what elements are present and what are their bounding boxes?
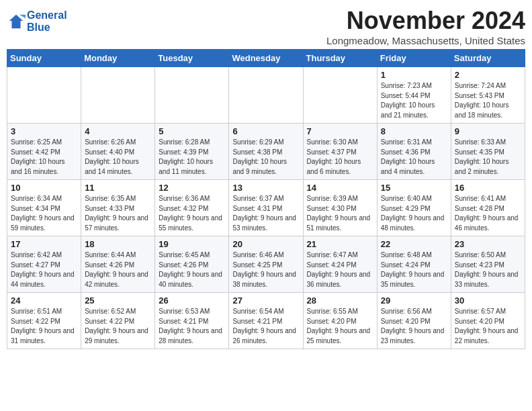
calendar-cell: 15Sunrise: 6:40 AM Sunset: 4:29 PM Dayli… [377,180,451,236]
cell-content: Sunrise: 6:54 AM Sunset: 4:21 PM Dayligh… [232,307,299,346]
calendar-cell: 26Sunrise: 6:53 AM Sunset: 4:21 PM Dayli… [155,293,229,349]
cell-content: Sunrise: 6:55 AM Sunset: 4:20 PM Dayligh… [307,307,373,346]
calendar-cell: 18Sunrise: 6:44 AM Sunset: 4:26 PM Dayli… [81,236,155,293]
weekday-header-cell: Saturday [451,50,525,67]
calendar-cell [7,67,81,124]
calendar-cell: 23Sunrise: 6:50 AM Sunset: 4:23 PM Dayli… [451,236,525,293]
day-number: 4 [85,126,151,136]
calendar-body: 1Sunrise: 7:23 AM Sunset: 5:44 PM Daylig… [7,67,525,349]
day-number: 13 [232,183,299,193]
cell-content: Sunrise: 6:41 AM Sunset: 4:28 PM Dayligh… [455,194,521,233]
calendar-cell: 28Sunrise: 6:55 AM Sunset: 4:20 PM Dayli… [303,293,377,349]
day-number: 2 [455,70,521,80]
cell-content: Sunrise: 7:24 AM Sunset: 5:43 PM Dayligh… [455,81,521,120]
day-number: 3 [11,126,77,136]
location: Longmeadow, Massachusetts, United States [326,35,525,46]
calendar-cell [155,67,229,124]
day-number: 30 [455,295,521,306]
calendar-week-row: 10Sunrise: 6:34 AM Sunset: 4:34 PM Dayli… [7,180,525,236]
page-header: General Blue November 2024 Longmeadow, M… [7,7,525,46]
calendar-week-row: 24Sunrise: 6:51 AM Sunset: 4:22 PM Dayli… [7,293,525,349]
cell-content: Sunrise: 6:53 AM Sunset: 4:21 PM Dayligh… [159,307,225,346]
calendar-week-row: 3Sunrise: 6:25 AM Sunset: 4:42 PM Daylig… [7,124,525,180]
calendar-cell: 5Sunrise: 6:28 AM Sunset: 4:39 PM Daylig… [155,124,229,180]
calendar-cell: 19Sunrise: 6:45 AM Sunset: 4:26 PM Dayli… [155,236,229,293]
cell-content: Sunrise: 6:51 AM Sunset: 4:22 PM Dayligh… [11,307,77,346]
cell-content: Sunrise: 6:25 AM Sunset: 4:42 PM Dayligh… [11,138,77,177]
calendar-cell: 14Sunrise: 6:39 AM Sunset: 4:30 PM Dayli… [303,180,377,236]
day-number: 10 [11,183,77,193]
day-number: 19 [159,239,225,249]
weekday-header-cell: Sunday [7,50,81,67]
cell-content: Sunrise: 6:52 AM Sunset: 4:22 PM Dayligh… [85,307,151,346]
calendar-cell: 1Sunrise: 7:23 AM Sunset: 5:44 PM Daylig… [377,67,451,124]
day-number: 21 [307,239,373,249]
cell-content: Sunrise: 6:46 AM Sunset: 4:25 PM Dayligh… [232,250,299,289]
day-number: 24 [11,295,77,306]
cell-content: Sunrise: 6:34 AM Sunset: 4:34 PM Dayligh… [11,194,77,233]
day-number: 1 [381,70,447,80]
calendar-cell: 27Sunrise: 6:54 AM Sunset: 4:21 PM Dayli… [229,293,303,349]
day-number: 15 [381,183,447,193]
calendar-cell: 21Sunrise: 6:47 AM Sunset: 4:24 PM Dayli… [303,236,377,293]
calendar-cell: 8Sunrise: 6:31 AM Sunset: 4:36 PM Daylig… [377,124,451,180]
day-number: 6 [232,126,299,136]
logo-text: General Blue [27,9,67,33]
calendar-cell: 16Sunrise: 6:41 AM Sunset: 4:28 PM Dayli… [451,180,525,236]
day-number: 16 [455,183,521,193]
calendar-week-row: 17Sunrise: 6:42 AM Sunset: 4:27 PM Dayli… [7,236,525,293]
month-title: November 2024 [326,7,525,35]
day-number: 17 [11,239,77,249]
calendar-table: SundayMondayTuesdayWednesdayThursdayFrid… [7,49,525,349]
calendar-cell: 3Sunrise: 6:25 AM Sunset: 4:42 PM Daylig… [7,124,81,180]
cell-content: Sunrise: 6:39 AM Sunset: 4:30 PM Dayligh… [307,194,373,233]
cell-content: Sunrise: 6:35 AM Sunset: 4:33 PM Dayligh… [85,194,151,233]
calendar-cell [229,67,303,124]
day-number: 9 [455,126,521,136]
cell-content: Sunrise: 6:26 AM Sunset: 4:40 PM Dayligh… [85,138,151,177]
calendar-cell: 29Sunrise: 6:56 AM Sunset: 4:20 PM Dayli… [377,293,451,349]
calendar-cell: 12Sunrise: 6:36 AM Sunset: 4:32 PM Dayli… [155,180,229,236]
day-number: 29 [381,295,447,306]
calendar-cell: 10Sunrise: 6:34 AM Sunset: 4:34 PM Dayli… [7,180,81,236]
day-number: 12 [159,183,225,193]
weekday-header-cell: Tuesday [155,50,229,67]
cell-content: Sunrise: 7:23 AM Sunset: 5:44 PM Dayligh… [381,81,447,120]
cell-content: Sunrise: 6:47 AM Sunset: 4:24 PM Dayligh… [307,250,373,289]
day-number: 25 [85,295,151,306]
day-number: 5 [159,126,225,136]
day-number: 8 [381,126,447,136]
cell-content: Sunrise: 6:36 AM Sunset: 4:32 PM Dayligh… [159,194,225,233]
calendar-cell: 20Sunrise: 6:46 AM Sunset: 4:25 PM Dayli… [229,236,303,293]
calendar-cell: 4Sunrise: 6:26 AM Sunset: 4:40 PM Daylig… [81,124,155,180]
calendar-cell: 24Sunrise: 6:51 AM Sunset: 4:22 PM Dayli… [7,293,81,349]
cell-content: Sunrise: 6:42 AM Sunset: 4:27 PM Dayligh… [11,250,77,289]
cell-content: Sunrise: 6:28 AM Sunset: 4:39 PM Dayligh… [159,138,225,177]
cell-content: Sunrise: 6:48 AM Sunset: 4:24 PM Dayligh… [381,250,447,289]
calendar-cell: 7Sunrise: 6:30 AM Sunset: 4:37 PM Daylig… [303,124,377,180]
calendar-cell: 11Sunrise: 6:35 AM Sunset: 4:33 PM Dayli… [81,180,155,236]
day-number: 11 [85,183,151,193]
day-number: 20 [232,239,299,249]
calendar-cell: 17Sunrise: 6:42 AM Sunset: 4:27 PM Dayli… [7,236,81,293]
logo-icon [7,12,26,31]
weekday-header-cell: Friday [377,50,451,67]
calendar-cell: 22Sunrise: 6:48 AM Sunset: 4:24 PM Dayli… [377,236,451,293]
calendar-cell: 25Sunrise: 6:52 AM Sunset: 4:22 PM Dayli… [81,293,155,349]
cell-content: Sunrise: 6:56 AM Sunset: 4:20 PM Dayligh… [381,307,447,346]
cell-content: Sunrise: 6:37 AM Sunset: 4:31 PM Dayligh… [232,194,299,233]
cell-content: Sunrise: 6:31 AM Sunset: 4:36 PM Dayligh… [381,138,447,177]
calendar-cell: 13Sunrise: 6:37 AM Sunset: 4:31 PM Dayli… [229,180,303,236]
calendar-cell [81,67,155,124]
cell-content: Sunrise: 6:45 AM Sunset: 4:26 PM Dayligh… [159,250,225,289]
weekday-header-cell: Wednesday [229,50,303,67]
day-number: 22 [381,239,447,249]
cell-content: Sunrise: 6:50 AM Sunset: 4:23 PM Dayligh… [455,250,521,289]
day-number: 18 [85,239,151,249]
cell-content: Sunrise: 6:57 AM Sunset: 4:20 PM Dayligh… [455,307,521,346]
weekday-header-row: SundayMondayTuesdayWednesdayThursdayFrid… [7,50,525,67]
cell-content: Sunrise: 6:33 AM Sunset: 4:35 PM Dayligh… [455,138,521,177]
calendar-cell: 9Sunrise: 6:33 AM Sunset: 4:35 PM Daylig… [451,124,525,180]
logo: General Blue [7,9,67,33]
calendar-cell: 6Sunrise: 6:29 AM Sunset: 4:38 PM Daylig… [229,124,303,180]
